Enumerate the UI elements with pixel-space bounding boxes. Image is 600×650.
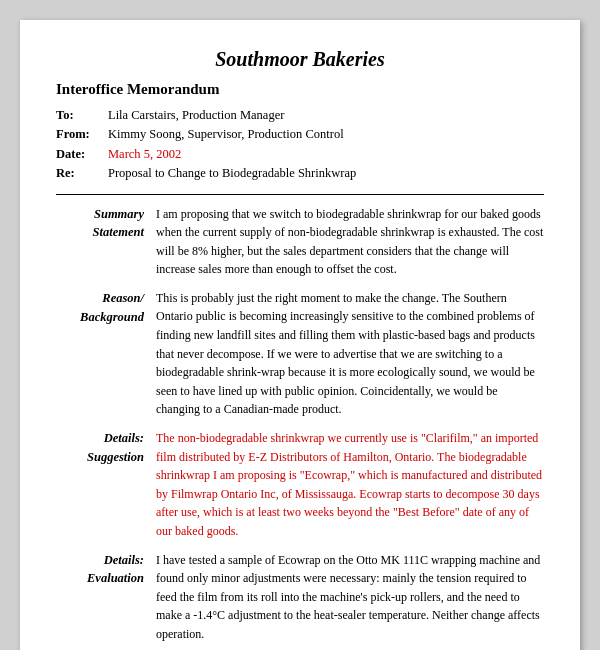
section-1: Reason/ BackgroundThis is probably just … bbox=[56, 289, 544, 419]
date-label: Date: bbox=[56, 145, 108, 164]
section-0: Summary StatementI am proposing that we … bbox=[56, 205, 544, 279]
section-label-1: Reason/ Background bbox=[56, 289, 156, 419]
section-label-0: Summary Statement bbox=[56, 205, 156, 279]
from-label: From: bbox=[56, 125, 108, 144]
field-from: From: Kimmy Soong, Supervisor, Productio… bbox=[56, 125, 544, 144]
to-label: To: bbox=[56, 106, 108, 125]
section-2: Details: SuggestionThe non-biodegradable… bbox=[56, 429, 544, 541]
from-value: Kimmy Soong, Supervisor, Production Cont… bbox=[108, 125, 344, 144]
sections-container: Summary StatementI am proposing that we … bbox=[56, 205, 544, 644]
field-date: Date: March 5, 2002 bbox=[56, 145, 544, 164]
document: Southmoor Bakeries Interoffice Memorandu… bbox=[20, 20, 580, 650]
memo-fields: To: Lila Carstairs, Production Manager F… bbox=[56, 106, 544, 184]
re-label: Re: bbox=[56, 164, 108, 183]
section-content-3: I have tested a sample of Ecowrap on the… bbox=[156, 551, 544, 644]
memo-heading: Interoffice Memorandum bbox=[56, 81, 544, 98]
divider bbox=[56, 194, 544, 195]
re-value: Proposal to Change to Biodegradable Shri… bbox=[108, 164, 356, 183]
date-value: March 5, 2002 bbox=[108, 145, 181, 164]
section-content-1: This is probably just the right moment t… bbox=[156, 289, 544, 419]
section-label-2: Details: Suggestion bbox=[56, 429, 156, 541]
document-title: Southmoor Bakeries bbox=[56, 48, 544, 71]
field-to: To: Lila Carstairs, Production Manager bbox=[56, 106, 544, 125]
section-content-2: The non-biodegradable shrinkwrap we curr… bbox=[156, 429, 544, 541]
section-content-0: I am proposing that we switch to biodegr… bbox=[156, 205, 544, 279]
section-label-3: Details: Evaluation bbox=[56, 551, 156, 644]
field-re: Re: Proposal to Change to Biodegradable … bbox=[56, 164, 544, 183]
to-value: Lila Carstairs, Production Manager bbox=[108, 106, 284, 125]
section-3: Details: EvaluationI have tested a sampl… bbox=[56, 551, 544, 644]
